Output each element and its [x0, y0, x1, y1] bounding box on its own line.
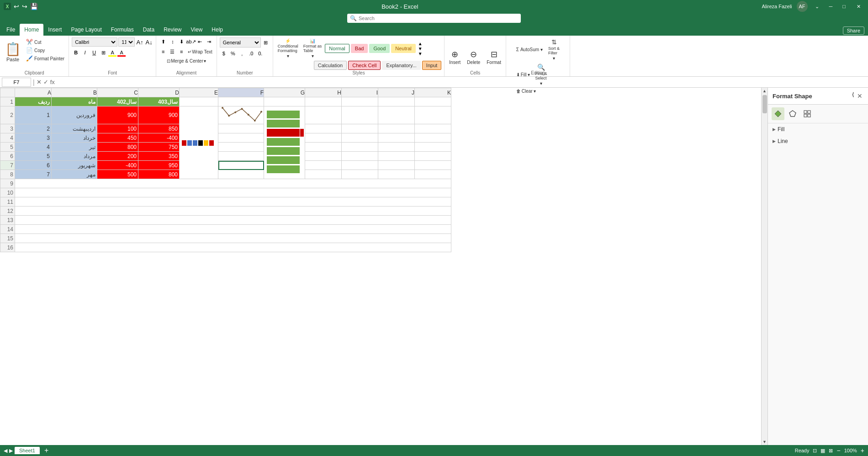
cell-B3[interactable]: ارديبهشت	[52, 124, 97, 133]
cell-D7[interactable]: 950	[138, 161, 180, 170]
cell-K6[interactable]	[415, 152, 451, 161]
cell-B8[interactable]: مهر	[52, 170, 97, 179]
indent-decrease-btn[interactable]: ⇤	[196, 37, 204, 46]
comma-btn[interactable]: ,	[238, 49, 246, 58]
tab-help[interactable]: Help	[207, 24, 228, 36]
style-good-btn[interactable]: Good	[369, 44, 390, 53]
border-button[interactable]: ⊞	[99, 48, 107, 57]
cell-J8[interactable]	[378, 170, 415, 179]
style-calculation-btn[interactable]: Calculation	[314, 61, 347, 70]
align-right-btn[interactable]: ≡	[177, 48, 185, 56]
decimal-increase-btn[interactable]: .0	[247, 49, 255, 58]
cell-A4[interactable]: 3	[15, 133, 52, 143]
ribbon-display-btn[interactable]: ⌄	[812, 3, 822, 11]
cell-H4[interactable]	[305, 133, 342, 143]
cut-button[interactable]: ✂️ Cut	[25, 38, 66, 46]
font-size-increase-btn[interactable]: A↑	[136, 38, 144, 46]
col-header-I[interactable]: I	[342, 88, 378, 97]
cell-F7[interactable]	[218, 161, 264, 170]
shape-fill-btn[interactable]	[772, 107, 784, 120]
cell-H6[interactable]	[305, 152, 342, 161]
cell-D1[interactable]: سال403	[138, 97, 180, 106]
vertical-scrollbar[interactable]: ▲ ▼	[761, 88, 767, 445]
cell-C6[interactable]: 200	[97, 152, 138, 161]
cell-C7[interactable]: -400	[97, 161, 138, 170]
cell-B6[interactable]: مرداد	[52, 152, 97, 161]
cell-C5[interactable]: 800	[97, 143, 138, 152]
formula-function-icon[interactable]: fx	[50, 79, 55, 85]
font-size-decrease-btn[interactable]: A↓	[145, 38, 153, 46]
cell-H3[interactable]	[305, 124, 342, 133]
formula-cancel-icon[interactable]: ✕	[37, 79, 42, 85]
fill-color-button[interactable]: A	[108, 48, 116, 57]
style-bad-btn[interactable]: Bad	[351, 44, 368, 53]
tab-page-layout[interactable]: Page Layout	[66, 24, 106, 36]
cell-F3[interactable]	[218, 124, 264, 133]
cell-K4[interactable]	[415, 133, 451, 143]
formula-enter-icon[interactable]: ✓	[43, 79, 48, 85]
cell-A8[interactable]: 7	[15, 170, 52, 179]
cell-A2[interactable]: 1	[15, 106, 52, 124]
style-explanatory-btn[interactable]: Explanatory...	[382, 61, 420, 70]
cell-I8[interactable]	[342, 170, 378, 179]
cell-C1[interactable]: سال402	[97, 97, 138, 106]
cell-H7[interactable]	[305, 161, 342, 170]
zoom-out-btn[interactable]: −	[836, 447, 840, 454]
cell-C8[interactable]: 500	[97, 170, 138, 179]
format-shape-expand-icon[interactable]: ⟨	[852, 91, 854, 101]
page-layout-view-btn[interactable]: ⊡	[813, 448, 817, 454]
styles-scroll[interactable]: ▲▼▼	[418, 41, 423, 56]
col-header-E[interactable]: E	[180, 88, 218, 97]
page-break-view-btn[interactable]: ⊠	[829, 448, 833, 454]
cell-D8[interactable]: 800	[138, 170, 180, 179]
zoom-in-btn[interactable]: +	[861, 447, 864, 454]
percent-btn[interactable]: %	[229, 49, 237, 58]
cell-A7[interactable]: 6	[15, 161, 52, 170]
cell-F8[interactable]	[218, 170, 264, 179]
add-sheet-button[interactable]: +	[42, 446, 51, 455]
currency-btn[interactable]: $	[220, 49, 228, 58]
cell-J3[interactable]	[378, 124, 415, 133]
cell-F2[interactable]	[218, 106, 264, 124]
scroll-thumb[interactable]	[762, 95, 767, 113]
format-cells-button[interactable]: ⊟ Format	[485, 48, 503, 66]
col-header-D[interactable]: D	[138, 88, 180, 97]
cell-C4[interactable]: 450	[97, 133, 138, 143]
style-normal-btn[interactable]: Normal	[325, 44, 349, 53]
insert-cells-button[interactable]: ⊕ Insert	[447, 48, 462, 66]
tab-file[interactable]: File	[2, 24, 20, 36]
cell-F1[interactable]	[218, 97, 264, 106]
cell-I7[interactable]	[342, 161, 378, 170]
align-top-btn[interactable]: ⬆	[159, 37, 168, 46]
decimal-decrease-btn[interactable]: 0.	[256, 49, 265, 58]
format-as-table-button[interactable]: 📊 Format asTable ▾	[302, 37, 324, 59]
cell-J7[interactable]	[378, 161, 415, 170]
cell-F6[interactable]	[218, 152, 264, 161]
number-expand-btn[interactable]: ⊞	[262, 38, 270, 47]
underline-button[interactable]: U	[90, 48, 98, 57]
cell-B5[interactable]: تير	[52, 143, 97, 152]
cell-I2[interactable]	[342, 106, 378, 124]
cell-K3[interactable]	[415, 124, 451, 133]
align-left-btn[interactable]: ≡	[159, 48, 167, 56]
cell-D6[interactable]: 350	[138, 152, 180, 161]
share-button[interactable]: Share	[843, 27, 864, 35]
cell-I1[interactable]	[342, 97, 378, 106]
grid-scroll[interactable]: A B C D E F G H I J K	[0, 88, 761, 445]
maximize-button[interactable]: □	[840, 3, 848, 10]
col-header-K[interactable]: K	[415, 88, 451, 97]
line-section[interactable]: Line	[768, 135, 868, 147]
cell-K8[interactable]	[415, 170, 451, 179]
align-middle-btn[interactable]: ↕	[169, 37, 177, 46]
close-button[interactable]: ✕	[853, 3, 864, 11]
cell-J6[interactable]	[378, 152, 415, 161]
cell-B4[interactable]: خرداد	[52, 133, 97, 143]
tab-view[interactable]: View	[186, 24, 207, 36]
cell-K2[interactable]	[415, 106, 451, 124]
cell-H5[interactable]	[305, 143, 342, 152]
cell-E2[interactable]	[180, 106, 218, 179]
col-header-F[interactable]: F	[218, 88, 264, 97]
cell-A3[interactable]: 2	[15, 124, 52, 133]
cell-C3[interactable]: 100	[97, 124, 138, 133]
cell-J1[interactable]	[378, 97, 415, 106]
